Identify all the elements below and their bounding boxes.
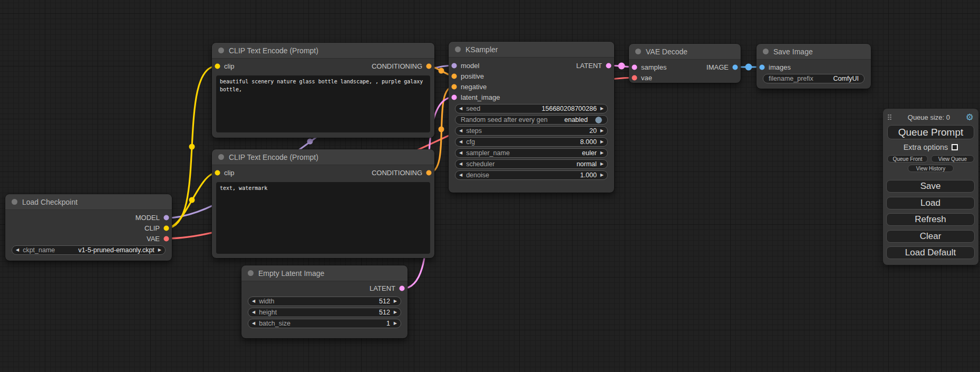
node-ksampler[interactable]: KSampler model LATENT positive [449, 42, 614, 193]
node-save-image[interactable]: Save Image images filename_prefix ComfyU… [756, 44, 871, 89]
widget-seed[interactable]: ◀ seed 156680208700286 ▶ [455, 104, 608, 113]
input-slot-latent-image[interactable] [451, 94, 457, 100]
increment-arrow-icon[interactable]: ▶ [600, 107, 604, 111]
input-slot-images[interactable] [759, 64, 765, 70]
node-title: KSampler [465, 45, 498, 54]
input-label-samples: samples [641, 63, 666, 71]
view-queue-button[interactable]: View Queue [931, 155, 974, 163]
decrement-arrow-icon[interactable]: ◀ [459, 129, 462, 133]
node-title-bar[interactable]: VAE Decode [629, 44, 741, 60]
decrement-arrow-icon[interactable]: ◀ [16, 248, 19, 252]
node-empty-latent-image[interactable]: Empty Latent Image LATENT ◀ width 512 ▶ … [241, 265, 407, 338]
node-clip-text-encode-positive[interactable]: CLIP Text Encode (Prompt) clip CONDITION… [212, 43, 434, 138]
collapse-dot-icon[interactable] [218, 154, 224, 160]
input-slot-vae[interactable] [632, 75, 637, 81]
node-clip-text-encode-negative[interactable]: CLIP Text Encode (Prompt) clip CONDITION… [212, 149, 434, 258]
refresh-button[interactable]: Refresh [886, 213, 975, 226]
increment-arrow-icon[interactable]: ▶ [600, 151, 604, 155]
increment-arrow-icon[interactable]: ▶ [600, 129, 604, 133]
collapse-dot-icon[interactable] [248, 270, 254, 276]
widget-height[interactable]: ◀ height 512 ▶ [248, 308, 401, 317]
widget-ckpt-name[interactable]: ◀ ckpt_name v1-5-pruned-emaonly.ckpt ▶ [12, 245, 166, 255]
settings-gear-icon[interactable]: ⚙ [966, 113, 974, 122]
input-slot-positive[interactable] [451, 73, 457, 79]
input-label-latent-image: latent_image [461, 93, 500, 101]
collapse-dot-icon[interactable] [455, 46, 461, 52]
queue-prompt-button[interactable]: Queue Prompt [887, 125, 974, 139]
collapse-dot-icon[interactable] [12, 199, 17, 205]
widget-steps[interactable]: ◀ steps 20 ▶ [455, 126, 608, 136]
output-slot-latent[interactable] [399, 285, 405, 291]
decrement-arrow-icon[interactable]: ◀ [459, 151, 462, 155]
decrement-arrow-icon[interactable]: ◀ [459, 140, 462, 144]
drag-handle-icon[interactable] [888, 115, 892, 121]
output-slot-latent[interactable] [606, 63, 612, 69]
increment-arrow-icon[interactable]: ▶ [600, 173, 604, 177]
increment-arrow-icon[interactable]: ▶ [394, 321, 397, 326]
widget-scheduler[interactable]: ◀ scheduler normal ▶ [455, 159, 608, 169]
output-slot-conditioning[interactable] [426, 170, 432, 176]
output-slot-clip[interactable] [163, 225, 169, 231]
output-slot-conditioning[interactable] [426, 63, 432, 69]
view-history-button[interactable]: View History [908, 165, 954, 172]
input-slot-negative[interactable] [451, 84, 457, 90]
decrement-arrow-icon[interactable]: ◀ [459, 107, 462, 111]
queue-front-button[interactable]: Queue Front [887, 155, 928, 163]
input-slot-clip[interactable] [215, 63, 220, 69]
decrement-arrow-icon[interactable]: ◀ [459, 173, 462, 177]
load-default-button[interactable]: Load Default [886, 246, 975, 259]
widget-batch-size[interactable]: ◀ batch_size 1 ▶ [248, 319, 401, 328]
input-slot-clip[interactable] [215, 170, 220, 176]
input-label-negative: negative [461, 83, 487, 91]
collapse-dot-icon[interactable] [218, 47, 224, 53]
increment-arrow-icon[interactable]: ▶ [600, 162, 604, 166]
load-button[interactable]: Load [886, 197, 975, 209]
collapse-dot-icon[interactable] [763, 49, 769, 54]
decrement-arrow-icon[interactable]: ◀ [252, 321, 255, 326]
output-label-conditioning: CONDITIONING [372, 169, 422, 177]
output-slot-image[interactable] [732, 64, 738, 70]
widget-cfg[interactable]: ◀ cfg 8.000 ▶ [455, 137, 608, 147]
increment-arrow-icon[interactable]: ▶ [600, 140, 604, 144]
widget-filename-prefix[interactable]: filename_prefix ComfyUI [763, 74, 865, 83]
node-title: Save Image [773, 47, 813, 56]
increment-arrow-icon[interactable]: ▶ [394, 310, 397, 314]
node-load-checkpoint[interactable]: Load Checkpoint MODEL CLIP VAE [5, 194, 172, 261]
prompt-textarea[interactable]: text, watermark [216, 182, 430, 254]
input-slot-model[interactable] [451, 63, 457, 69]
collapse-dot-icon[interactable] [635, 49, 641, 54]
prompt-textarea[interactable]: beautiful scenery nature glass bottle la… [216, 75, 430, 132]
widget-denoise[interactable]: ◀ denoise 1.000 ▶ [455, 170, 608, 180]
widget-sampler-name[interactable]: ◀ sampler_name euler ▶ [455, 148, 608, 158]
input-slot-samples[interactable] [632, 64, 637, 70]
input-label-model: model [461, 62, 479, 70]
node-title-bar[interactable]: Empty Latent Image [241, 265, 407, 281]
decrement-arrow-icon[interactable]: ◀ [459, 162, 462, 166]
widget-random-seed-toggle[interactable]: Random seed after every gen enabled [455, 115, 608, 125]
increment-arrow-icon[interactable]: ▶ [394, 299, 397, 303]
toggle-enabled-icon[interactable] [595, 117, 602, 123]
extra-options-label: Extra options [904, 143, 948, 151]
node-title-bar[interactable]: Load Checkpoint [5, 194, 172, 210]
link-clip-positive-dot [189, 144, 195, 150]
widget-width[interactable]: ◀ width 512 ▶ [248, 297, 401, 306]
node-title-bar[interactable]: Save Image [756, 44, 871, 60]
node-title-bar[interactable]: CLIP Text Encode (Prompt) [212, 149, 434, 165]
increment-arrow-icon[interactable]: ▶ [158, 248, 161, 252]
clear-button[interactable]: Clear [886, 230, 975, 243]
node-graph-canvas[interactable]: Load Checkpoint MODEL CLIP VAE [0, 0, 980, 372]
node-vae-decode[interactable]: VAE Decode samples IMAGE vae [629, 44, 741, 83]
output-label-latent: LATENT [576, 62, 602, 70]
node-title-bar[interactable]: KSampler [449, 42, 614, 58]
output-label-model: MODEL [135, 214, 160, 222]
output-slot-vae[interactable] [163, 236, 169, 242]
extra-options-checkbox[interactable] [952, 144, 958, 150]
node-title-bar[interactable]: CLIP Text Encode (Prompt) [212, 43, 434, 59]
decrement-arrow-icon[interactable]: ◀ [252, 299, 255, 303]
link-clip-negative-dot [189, 197, 195, 203]
output-slot-model[interactable] [163, 215, 169, 221]
decrement-arrow-icon[interactable]: ◀ [252, 310, 255, 314]
save-button[interactable]: Save [886, 180, 975, 193]
node-title: CLIP Text Encode (Prompt) [229, 153, 318, 161]
link-model-dot [307, 139, 313, 145]
